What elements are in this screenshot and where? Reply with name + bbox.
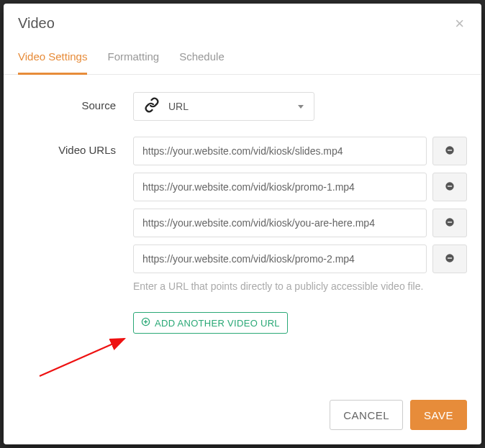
urls-control: Enter a URL that points directly to a pu…	[133, 137, 467, 334]
url-row	[133, 137, 467, 165]
add-video-url-button[interactable]: ADD ANOTHER VIDEO URL	[133, 312, 288, 334]
modal-body: Source URL Video URLs	[4, 75, 481, 387]
video-url-input-1[interactable]	[133, 137, 427, 165]
close-button[interactable]: ×	[452, 16, 467, 32]
svg-rect-5	[448, 221, 452, 222]
url-row	[133, 209, 467, 237]
remove-icon	[445, 145, 455, 157]
urls-label: Video URLs	[18, 137, 133, 334]
source-value: URL	[168, 101, 289, 112]
cancel-button[interactable]: CANCEL	[330, 400, 403, 430]
save-button[interactable]: SAVE	[410, 400, 467, 430]
link-icon	[144, 97, 160, 116]
modal-header: Video ×	[4, 4, 481, 42]
remove-icon	[445, 217, 455, 229]
video-url-input-2[interactable]	[133, 173, 427, 201]
url-row	[133, 244, 467, 273]
source-control: URL	[133, 92, 467, 121]
url-row	[133, 173, 467, 201]
remove-icon	[445, 181, 455, 193]
source-label: Source	[18, 92, 133, 121]
tab-video-settings[interactable]: Video Settings	[18, 42, 87, 75]
remove-icon	[445, 253, 455, 265]
tabs: Video Settings Formatting Schedule	[4, 42, 481, 75]
svg-rect-3	[448, 186, 452, 186]
remove-url-button-1[interactable]	[432, 137, 467, 165]
source-row: Source URL	[18, 92, 467, 121]
chevron-down-icon	[298, 105, 304, 109]
video-modal: Video × Video Settings Formatting Schedu…	[4, 4, 481, 444]
remove-url-button-2[interactable]	[432, 173, 467, 201]
svg-rect-7	[448, 257, 452, 258]
video-url-input-3[interactable]	[133, 209, 427, 237]
modal-title: Video	[18, 15, 55, 32]
close-icon: ×	[455, 14, 464, 32]
svg-rect-1	[448, 150, 452, 150]
urls-help-text: Enter a URL that points directly to a pu…	[133, 280, 467, 292]
modal-footer: CANCEL SAVE	[4, 387, 481, 444]
remove-url-button-4[interactable]	[432, 244, 467, 273]
remove-url-button-3[interactable]	[432, 209, 467, 237]
video-url-input-4[interactable]	[133, 244, 427, 273]
add-button-label: ADD ANOTHER VIDEO URL	[155, 318, 280, 329]
plus-circle-icon	[141, 317, 150, 329]
tab-formatting[interactable]: Formatting	[107, 42, 159, 75]
source-dropdown[interactable]: URL	[133, 92, 314, 121]
urls-row: Video URLs	[18, 137, 467, 334]
tab-schedule[interactable]: Schedule	[179, 42, 225, 75]
